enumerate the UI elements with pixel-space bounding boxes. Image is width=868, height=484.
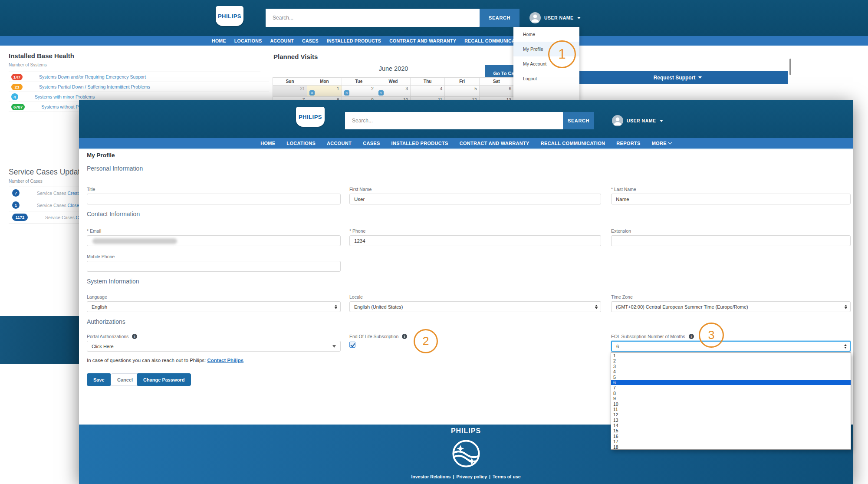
day-number: 31 xyxy=(300,86,305,91)
footer-link-privacy-policy[interactable]: Privacy policy xyxy=(456,474,487,479)
email-input[interactable] xyxy=(87,235,341,246)
nav-item-home[interactable]: HOME xyxy=(212,38,226,43)
installed-base-row[interactable]: 23Systems Partial Down / Suffering Inter… xyxy=(9,82,269,92)
phone-label: * Phone xyxy=(349,228,601,234)
locale-select[interactable]: English (United States) xyxy=(349,301,601,312)
month-option-3[interactable]: 3 xyxy=(611,364,851,369)
nav-item-locations[interactable]: LOCATIONS xyxy=(234,38,262,43)
footer-link-investor-relations[interactable]: Investor Relations xyxy=(411,474,450,479)
calendar-day-cell[interactable]: 23 xyxy=(342,86,376,97)
calendar-day-cell[interactable]: 6 xyxy=(480,86,514,97)
month-option-15[interactable]: 15 xyxy=(611,428,851,433)
month-option-1[interactable]: 1 xyxy=(611,353,851,358)
count-badge: 6787 xyxy=(11,104,25,110)
first-name-label: First Name xyxy=(349,187,601,192)
fg-user-menu-trigger[interactable]: USER NAME xyxy=(612,115,663,126)
annotation-step-2: 2 xyxy=(414,329,438,353)
month-option-11[interactable]: 11 xyxy=(611,407,851,412)
eol-months-select[interactable]: 6 xyxy=(611,341,851,352)
info-icon[interactable] xyxy=(689,334,694,339)
month-option-7[interactable]: 7 xyxy=(611,385,851,390)
nav-item-contract-and-warranty[interactable]: CONTRACT AND WARRANTY xyxy=(460,141,529,146)
calendar-day-cell[interactable]: 16 xyxy=(307,86,342,97)
month-option-14[interactable]: 14 xyxy=(611,423,851,428)
nav-item-cases[interactable]: CASES xyxy=(302,38,319,43)
bg-user-menu-trigger[interactable]: USER NAME xyxy=(529,12,581,23)
month-option-9[interactable]: 9 xyxy=(611,396,851,401)
row-label[interactable]: Systems Down and/or Requiring Emergency … xyxy=(39,74,146,79)
select-spinner-icon xyxy=(845,305,847,309)
month-option-6[interactable]: 6 xyxy=(611,380,851,385)
info-icon[interactable] xyxy=(402,334,407,339)
row-label[interactable]: Systems Partial Down / Suffering Intermi… xyxy=(39,84,150,89)
month-option-12[interactable]: 12 xyxy=(611,412,851,417)
visit-count-badge[interactable]: 6 xyxy=(309,90,315,95)
portal-authorizations-dropdown[interactable]: Click Here xyxy=(87,341,341,352)
first-name-input[interactable] xyxy=(349,194,601,204)
month-option-17[interactable]: 17 xyxy=(611,439,851,444)
month-option-5[interactable]: 5 xyxy=(611,375,851,380)
nav-item-cases[interactable]: CASES xyxy=(363,141,380,146)
month-option-8[interactable]: 8 xyxy=(611,391,851,396)
fg-search-input[interactable] xyxy=(345,112,563,129)
nav-item-installed-products[interactable]: INSTALLED PRODUCTS xyxy=(391,141,448,146)
phone-input[interactable] xyxy=(349,235,601,246)
month-option-4[interactable]: 4 xyxy=(611,369,851,374)
footer-link-terms-of-use[interactable]: Terms of use xyxy=(493,474,521,479)
mobile-phone-input[interactable] xyxy=(87,261,341,272)
eol-months-option-list[interactable]: 123456789101112131415161718 xyxy=(611,352,851,450)
calendar-day-cell[interactable]: 31 xyxy=(376,86,411,97)
nav-item-installed-products[interactable]: INSTALLED PRODUCTS xyxy=(327,38,381,43)
row-label[interactable]: Systems with minor Problems xyxy=(35,94,95,99)
last-name-input[interactable] xyxy=(611,194,851,204)
fg-user-name: USER NAME xyxy=(627,118,656,123)
service-cases-subtitle: Number of Cases xyxy=(9,179,43,184)
philips-logo[interactable]: PHILIPS xyxy=(296,107,325,127)
month-option-10[interactable]: 10 xyxy=(611,402,851,407)
nav-item-recall-communication[interactable]: RECALL COMMUNICATION xyxy=(541,141,605,146)
calendar-day-cell[interactable]: 31 xyxy=(273,86,307,97)
nav-item-home[interactable]: HOME xyxy=(260,141,275,146)
timezone-select[interactable]: (GMT+02:00) Central European Summer Time… xyxy=(611,301,851,312)
title-input[interactable] xyxy=(87,194,341,204)
bg-search-button[interactable]: SEARCH xyxy=(480,9,519,27)
nav-item-reports[interactable]: REPORTS xyxy=(616,141,640,146)
eol-subscription-checkbox[interactable] xyxy=(349,342,355,348)
fg-search-button[interactable]: SEARCH xyxy=(563,112,594,129)
calendar-day-header: Wed xyxy=(376,78,411,86)
month-option-2[interactable]: 2 xyxy=(611,358,851,363)
extension-input[interactable] xyxy=(611,235,851,246)
eol-months-value: 6 xyxy=(616,344,619,349)
month-option-13[interactable]: 13 xyxy=(611,418,851,423)
philips-logo[interactable]: PHILIPS xyxy=(216,6,243,26)
count-badge: 7 xyxy=(12,189,20,197)
menu-item-home[interactable]: Home xyxy=(513,27,579,42)
calendar-day-cell[interactable]: 4 xyxy=(411,86,445,97)
nav-item-locations[interactable]: LOCATIONS xyxy=(286,141,316,146)
section-authorizations: Authorizations xyxy=(87,318,125,325)
visit-count-badge[interactable]: 3 xyxy=(344,90,349,95)
section-personal-information: Personal Information xyxy=(87,165,143,172)
month-option-18[interactable]: 18 xyxy=(611,444,851,450)
nav-item-account[interactable]: ACCOUNT xyxy=(327,141,352,146)
contact-philips-link[interactable]: Contact Philips xyxy=(207,358,243,363)
cancel-button[interactable]: Cancel xyxy=(111,373,139,386)
calendar-day-cell[interactable]: 5 xyxy=(445,86,479,97)
bg-search-input[interactable] xyxy=(266,9,480,27)
installed-base-row[interactable]: 147Systems Down and/or Requiring Emergen… xyxy=(9,72,269,82)
last-name-label: * Last Name xyxy=(611,187,851,192)
request-support-button[interactable]: Request Support xyxy=(568,71,788,84)
link-separator: | xyxy=(453,474,454,479)
bg-scrollbar-thumb[interactable] xyxy=(789,59,791,75)
month-option-16[interactable]: 16 xyxy=(611,434,851,439)
language-select[interactable]: English xyxy=(87,301,341,312)
change-password-button[interactable]: Change Password xyxy=(137,373,191,386)
save-button[interactable]: Save xyxy=(87,373,111,386)
nav-item-contract-and-warranty[interactable]: CONTRACT AND WARRANTY xyxy=(389,38,456,43)
menu-item-logout[interactable]: Logout xyxy=(513,71,579,86)
info-icon[interactable] xyxy=(132,334,137,339)
visit-count-badge[interactable]: 1 xyxy=(378,90,384,95)
bg-user-name: USER NAME xyxy=(544,15,574,20)
nav-item-more[interactable]: MORE xyxy=(652,141,671,146)
nav-item-account[interactable]: ACCOUNT xyxy=(270,38,294,43)
